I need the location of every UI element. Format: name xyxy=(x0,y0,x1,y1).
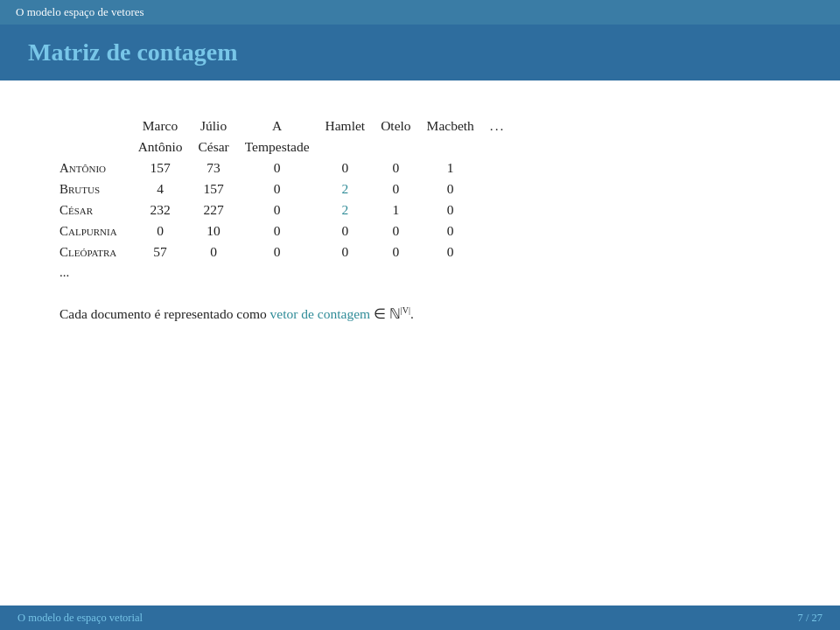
footer-right: 7 / 27 xyxy=(798,612,822,625)
cell: 0 xyxy=(245,178,326,200)
footer-left: O modelo de espaço vetorial xyxy=(18,612,143,625)
header-tempestade-sub: Tempestade xyxy=(245,136,326,158)
table-row: Cleópatra 57 0 0 0 0 0 xyxy=(60,242,521,262)
cell: 0 xyxy=(381,158,426,178)
bottom-prefix: Cada documento é representado como xyxy=(60,306,267,321)
header-empty-2 xyxy=(60,136,138,158)
header-otelo-sub xyxy=(381,136,426,158)
cell: 1 xyxy=(381,200,426,220)
cell: 0 xyxy=(381,242,426,262)
cell: 0 xyxy=(138,220,199,242)
cell xyxy=(490,158,522,178)
cell xyxy=(326,262,382,283)
cell-highlighted: 2 xyxy=(326,200,382,220)
matrix-header-row1: Marco Júlio A Hamlet Otelo Macbeth ... xyxy=(60,116,521,136)
cell xyxy=(490,200,522,220)
cell: 0 xyxy=(245,200,326,220)
cell: 0 xyxy=(427,200,490,220)
cell: 0 xyxy=(326,242,382,262)
superscript-v: |V| xyxy=(401,305,410,315)
matrix-table: Marco Júlio A Hamlet Otelo Macbeth ... A… xyxy=(60,116,521,283)
cell xyxy=(427,262,490,283)
cell: 57 xyxy=(138,242,199,262)
cell: 157 xyxy=(198,178,244,200)
row-label-brutus: Brutus xyxy=(60,178,138,200)
cell: 0 xyxy=(381,178,426,200)
cell: 0 xyxy=(427,178,490,200)
header-macbeth: Macbeth xyxy=(427,116,490,136)
matrix-area: Marco Júlio A Hamlet Otelo Macbeth ... A… xyxy=(60,116,798,326)
cell: 0 xyxy=(427,220,490,242)
top-bar: O modelo espaço de vetores xyxy=(0,0,840,24)
header-hamlet: Hamlet xyxy=(326,116,382,136)
main-content: Marco Júlio A Hamlet Otelo Macbeth ... A… xyxy=(0,80,840,343)
cell: 232 xyxy=(138,200,199,220)
table-row: Calpurnia 0 10 0 0 0 0 xyxy=(60,220,521,242)
header-antonio-sub: Antônio xyxy=(138,136,199,158)
bottom-description: Cada documento é representado como vetor… xyxy=(60,304,798,326)
title-bar: Matriz de contagem xyxy=(0,24,840,80)
cell: 0 xyxy=(245,158,326,178)
cell xyxy=(490,242,522,262)
header-cesar-sub: César xyxy=(198,136,244,158)
cell xyxy=(381,262,426,283)
cell xyxy=(138,262,199,283)
header-macbeth-sub xyxy=(427,136,490,158)
header-marco: Marco xyxy=(138,116,199,136)
header-a: A xyxy=(245,116,326,136)
cell: 0 xyxy=(381,220,426,242)
matrix-dots-row: ... xyxy=(60,262,521,283)
row-label-cleopatra: Cleópatra xyxy=(60,242,138,262)
cell: 0 xyxy=(427,242,490,262)
cell xyxy=(198,262,244,283)
table-row: Brutus 4 157 0 2 0 0 xyxy=(60,178,521,200)
bottom-link: vetor de contagem xyxy=(270,306,370,321)
cell xyxy=(245,262,326,283)
header-ellipsis-sub xyxy=(490,136,522,158)
cell: 4 xyxy=(138,178,199,200)
table-row: Antônio 157 73 0 0 0 1 xyxy=(60,158,521,178)
matrix-header-row2: Antônio César Tempestade xyxy=(60,136,521,158)
bottom-math: ∈ ℕ|V|. xyxy=(374,306,414,321)
cell: 0 xyxy=(326,220,382,242)
cell: 73 xyxy=(198,158,244,178)
cell xyxy=(490,220,522,242)
row-label-antonio: Antônio xyxy=(60,158,138,178)
title-text: Matriz de contagem xyxy=(28,38,237,66)
matrix-dots: ... xyxy=(60,262,138,283)
header-julio: Júlio xyxy=(198,116,244,136)
header-ellipsis: ... xyxy=(490,116,522,136)
cell: 10 xyxy=(198,220,244,242)
cell: 157 xyxy=(138,158,199,178)
header-hamlet-sub xyxy=(326,136,382,158)
cell: 0 xyxy=(198,242,244,262)
footer: O modelo de espaço vetorial 7 / 27 xyxy=(0,606,840,630)
header-otelo: Otelo xyxy=(381,116,426,136)
cell: 0 xyxy=(245,242,326,262)
cell: 227 xyxy=(198,200,244,220)
cell xyxy=(490,178,522,200)
cell: 0 xyxy=(245,220,326,242)
cell-highlighted: 2 xyxy=(326,178,382,200)
table-row: César 232 227 0 2 1 0 xyxy=(60,200,521,220)
top-bar-text: O modelo espaço de vetores xyxy=(16,5,144,19)
cell xyxy=(490,262,522,283)
cell: 1 xyxy=(427,158,490,178)
row-label-calpurnia: Calpurnia xyxy=(60,220,138,242)
row-label-cesar: César xyxy=(60,200,138,220)
header-empty-1 xyxy=(60,116,138,136)
cell: 0 xyxy=(326,158,382,178)
